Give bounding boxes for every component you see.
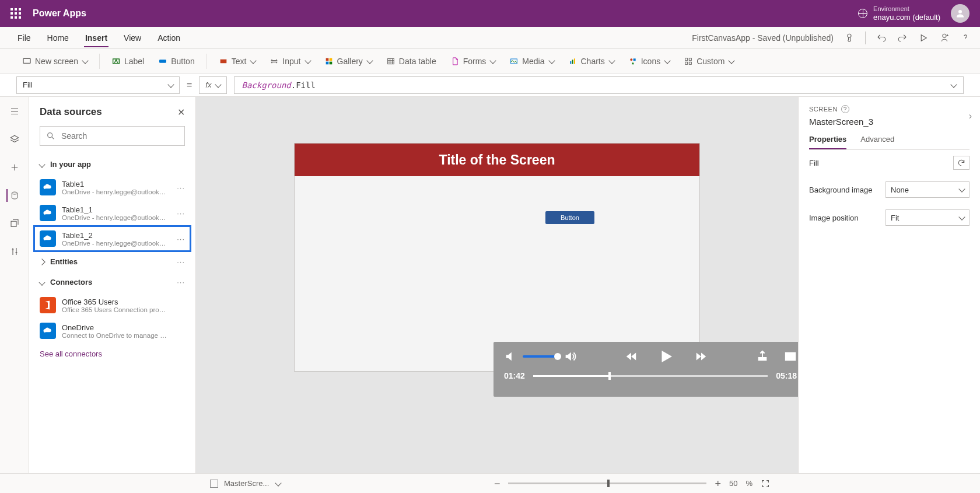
fill-reset-button[interactable] — [953, 156, 970, 170]
formula-input[interactable]: Background.Fill — [234, 76, 964, 94]
menu-home[interactable]: Home — [46, 29, 70, 47]
environment-value: enayu.com (default) — [873, 13, 940, 22]
user-avatar[interactable] — [951, 4, 970, 23]
svg-point-0 — [958, 10, 962, 13]
pip-icon[interactable] — [784, 350, 797, 363]
search-input[interactable] — [60, 131, 178, 141]
help-icon[interactable] — [960, 33, 971, 43]
rewind-icon[interactable] — [625, 350, 638, 363]
fit-to-window-icon[interactable] — [761, 479, 770, 488]
prop-label-fill: Fill — [809, 159, 819, 167]
volume-icon[interactable] — [504, 350, 517, 363]
chevron-down-icon[interactable] — [275, 480, 282, 486]
label-button[interactable]: Label — [106, 54, 150, 68]
rail-media[interactable] — [8, 217, 21, 230]
section-in-your-app[interactable]: In your app — [34, 154, 191, 174]
rail-hamburger[interactable] — [8, 105, 21, 118]
input-dropdown[interactable]: Input — [264, 54, 316, 68]
prop-label-imgpos: Image position — [809, 214, 859, 222]
play-icon[interactable] — [657, 348, 675, 365]
icons-dropdown[interactable]: Icons — [622, 54, 676, 68]
onedrive-icon — [40, 205, 56, 221]
custom-dropdown[interactable]: Custom — [678, 54, 740, 68]
expand-panel-icon[interactable]: › — [969, 111, 972, 121]
select-checkbox[interactable] — [210, 480, 218, 488]
tab-advanced[interactable]: Advanced — [860, 135, 894, 149]
forward-icon[interactable] — [695, 350, 708, 363]
undo-icon[interactable] — [876, 33, 887, 43]
screen-breadcrumb[interactable]: MasterScre... — [224, 479, 269, 488]
environment-picker[interactable]: Environment enayu.com (default) — [858, 5, 940, 22]
new-screen-button[interactable]: New screen — [16, 54, 93, 68]
chevron-down-icon — [958, 186, 965, 192]
collection-icon — [9, 218, 20, 229]
see-all-connectors-link[interactable]: See all connectors — [29, 344, 195, 364]
section-connectors[interactable]: Connectors ··· — [34, 272, 191, 292]
play-preview-icon[interactable] — [918, 33, 929, 43]
connector-item[interactable]: Office 365 Users Office 365 Users Connec… — [34, 292, 191, 318]
screen-name: MasterScreen_3 — [809, 117, 970, 127]
rail-tree[interactable] — [8, 133, 21, 146]
doc-status: FirstCanvasApp - Saved (Unpublished) — [692, 33, 834, 43]
app-launcher-icon[interactable] — [10, 8, 21, 19]
close-panel-button[interactable]: ✕ — [177, 107, 185, 118]
rail-advanced[interactable] — [8, 245, 21, 258]
svg-point-24 — [48, 133, 52, 138]
gallery-dropdown[interactable]: Gallery — [318, 54, 378, 68]
share-out-icon[interactable] — [756, 350, 769, 363]
property-selector[interactable]: Fill — [16, 76, 180, 94]
svg-rect-13 — [570, 61, 571, 64]
screen-preview[interactable]: Title of the Screen Button — [295, 144, 699, 371]
layers-icon — [9, 134, 20, 145]
menu-view[interactable]: View — [123, 29, 142, 47]
forms-dropdown[interactable]: Forms — [444, 54, 502, 68]
zoom-unit: % — [746, 479, 752, 488]
chevron-down-icon — [215, 81, 222, 88]
section-entities[interactable]: Entities ··· — [34, 251, 191, 272]
button-button[interactable]: Button — [152, 54, 200, 68]
data-source-item-selected[interactable]: Table1_2 OneDrive - henry.legge@outlook.… — [34, 226, 191, 251]
more-icon[interactable]: ··· — [177, 278, 185, 286]
data-source-item[interactable]: Table1_1 OneDrive - henry.legge@outlook.… — [34, 200, 191, 226]
redo-icon[interactable] — [897, 33, 908, 43]
svg-rect-11 — [388, 58, 394, 64]
more-icon[interactable]: ··· — [177, 183, 185, 192]
app-header: Power Apps Environment enayu.com (defaul… — [0, 0, 980, 27]
share-icon[interactable] — [939, 33, 950, 43]
canvas-area[interactable]: Title of the Screen Button — [196, 97, 798, 473]
seek-bar[interactable] — [533, 375, 768, 377]
zoom-out-button[interactable]: − — [494, 478, 501, 489]
zoom-slider[interactable] — [508, 482, 706, 484]
menu-insert[interactable]: Insert — [84, 29, 108, 47]
rail-data[interactable] — [6, 189, 19, 202]
search-box[interactable] — [40, 126, 185, 146]
fx-button[interactable]: fx — [199, 76, 227, 94]
chevron-down-icon — [608, 57, 615, 64]
media-dropdown[interactable]: Media — [503, 54, 559, 68]
volume-slider[interactable] — [523, 355, 558, 358]
bgimage-select[interactable]: None — [886, 181, 970, 198]
zoom-in-button[interactable]: + — [715, 478, 721, 489]
environment-label: Environment — [873, 5, 940, 13]
app-checker-icon[interactable] — [844, 33, 855, 43]
text-dropdown[interactable]: Text — [213, 54, 262, 68]
more-icon[interactable]: ··· — [177, 209, 185, 218]
screen-title-bar: Title of the Screen — [295, 144, 699, 176]
charts-dropdown[interactable]: Charts — [562, 54, 620, 68]
tab-properties[interactable]: Properties — [809, 135, 846, 149]
imgpos-select[interactable]: Fit — [886, 209, 970, 226]
data-source-item[interactable]: Table1 OneDrive - henry.legge@outlook.co… — [34, 174, 191, 200]
rail-insert[interactable] — [8, 161, 21, 174]
svg-point-2 — [943, 34, 946, 37]
volume-high-icon[interactable] — [564, 350, 576, 363]
menu-file[interactable]: File — [16, 29, 32, 47]
datatable-button[interactable]: Data table — [380, 54, 442, 68]
properties-panel: SCREEN ? › MasterScreen_3 Properties Adv… — [798, 97, 980, 473]
chevron-down-icon — [167, 81, 174, 88]
more-icon[interactable]: ··· — [177, 235, 185, 243]
canvas-button-control[interactable]: Button — [545, 211, 594, 224]
connector-item[interactable]: OneDrive Connect to OneDrive to manage y… — [34, 318, 191, 344]
help-badge-icon[interactable]: ? — [841, 105, 849, 113]
more-icon[interactable]: ··· — [177, 257, 185, 266]
menu-action[interactable]: Action — [156, 29, 181, 47]
